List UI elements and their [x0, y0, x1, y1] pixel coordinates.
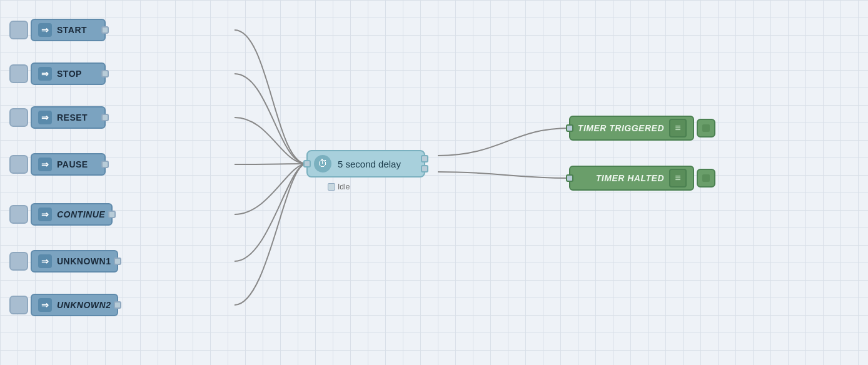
input-node-pause[interactable]: PAUSE — [9, 153, 106, 176]
reset-arrow-icon — [38, 111, 52, 124]
timer-triggered-input-connector — [566, 124, 573, 132]
timer-triggered-square-btn[interactable] — [697, 119, 715, 138]
start-node-body: START — [31, 19, 106, 41]
timer-node-body: ⏱ 5 second delay — [306, 150, 425, 178]
timer-node[interactable]: ⏱ 5 second delay Idle — [306, 150, 425, 178]
unknown1-square-btn[interactable] — [9, 252, 28, 271]
pause-output-connector — [101, 161, 109, 168]
start-output-connector — [101, 26, 109, 34]
unknown1-arrow-icon — [38, 254, 52, 268]
output-node-timer-halted[interactable]: TIMER HALTED — [569, 166, 715, 191]
pause-arrow-icon — [38, 158, 52, 171]
reset-label: RESET — [57, 112, 88, 122]
unknown2-square-btn[interactable] — [9, 296, 28, 314]
timer-label: 5 second delay — [338, 159, 401, 169]
unknown2-output-connector — [114, 301, 121, 309]
start-arrow-icon — [38, 23, 52, 37]
stop-square-btn[interactable] — [9, 64, 28, 83]
input-node-continue[interactable]: CONTINUE — [9, 203, 113, 226]
connections-layer — [0, 0, 868, 365]
timer-halted-body: TIMER HALTED — [569, 166, 694, 191]
continue-square-btn[interactable] — [9, 205, 28, 224]
timer-input-connector — [303, 160, 311, 168]
timer-halted-input-connector — [566, 174, 573, 182]
unknown2-label: UNKNOWN2 — [57, 300, 111, 310]
reset-node-body: RESET — [31, 106, 106, 129]
timer-output-top-connector — [421, 155, 428, 162]
unknown2-arrow-icon — [38, 298, 52, 312]
timer-status: Idle — [328, 182, 350, 191]
input-node-stop[interactable]: STOP — [9, 62, 106, 85]
pause-node-body: PAUSE — [31, 153, 106, 176]
continue-output-connector — [108, 211, 116, 218]
timer-status-label: Idle — [338, 182, 350, 191]
input-node-unknown1[interactable]: UNKNOWN1 — [9, 250, 118, 272]
stop-output-connector — [101, 70, 109, 78]
unknown1-node-body: UNKNOWN1 — [31, 250, 118, 272]
stop-node-body: STOP — [31, 62, 106, 85]
timer-clock-icon: ⏱ — [314, 155, 331, 172]
timer-output-bottom-connector — [421, 165, 428, 172]
reset-square-btn[interactable] — [9, 108, 28, 127]
input-node-unknown2[interactable]: UNKNOWN2 — [9, 294, 118, 316]
continue-label: CONTINUE — [57, 209, 105, 219]
unknown1-label: UNKNOWN1 — [57, 256, 111, 266]
timer-halted-menu-btn[interactable] — [669, 169, 687, 188]
output-node-timer-triggered[interactable]: TIMER TRIGGERED — [569, 116, 715, 141]
pause-square-btn[interactable] — [9, 155, 28, 174]
timer-halted-square-btn[interactable] — [697, 169, 715, 188]
timer-triggered-label: TIMER TRIGGERED — [577, 123, 669, 133]
timer-status-indicator — [328, 183, 335, 191]
timer-halted-label: TIMER HALTED — [577, 173, 669, 183]
stop-label: STOP — [57, 69, 82, 79]
start-square-btn[interactable] — [9, 21, 28, 39]
reset-output-connector — [101, 114, 109, 121]
flow-canvas: START STOP RESET PAUSE — [0, 0, 868, 365]
pause-label: PAUSE — [57, 159, 88, 169]
input-node-reset[interactable]: RESET — [9, 106, 106, 129]
timer-triggered-body: TIMER TRIGGERED — [569, 116, 694, 141]
unknown2-node-body: UNKNOWN2 — [31, 294, 118, 316]
continue-arrow-icon — [38, 208, 52, 221]
input-node-start[interactable]: START — [9, 19, 106, 41]
continue-node-body: CONTINUE — [31, 203, 113, 226]
start-label: START — [57, 25, 87, 35]
unknown1-output-connector — [114, 258, 121, 265]
timer-triggered-menu-btn[interactable] — [669, 119, 687, 138]
stop-arrow-icon — [38, 67, 52, 81]
